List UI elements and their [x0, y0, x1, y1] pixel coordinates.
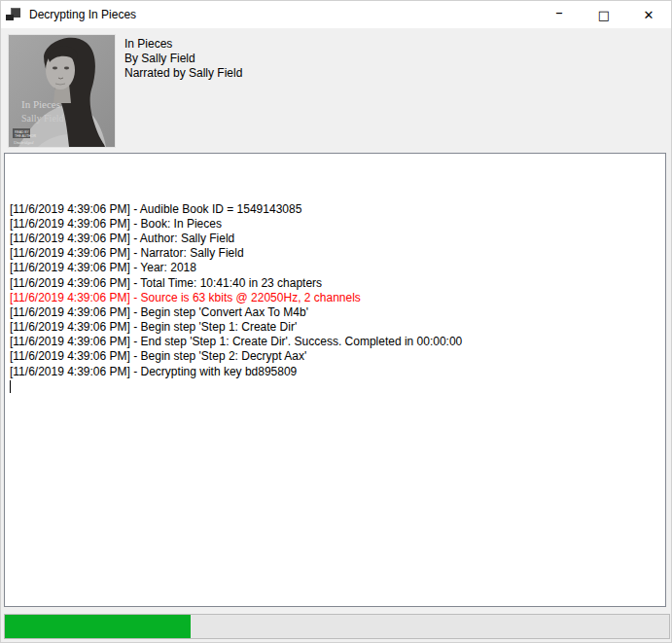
- maximize-button[interactable]: □: [582, 1, 626, 28]
- log-line: [11/6/2019 4:39:06 PM] - Author: Sally F…: [10, 232, 660, 246]
- cover-readby-line2: THE AUTHOR: [15, 134, 36, 138]
- log-line: [11/6/2019 4:39:06 PM] - Audible Book ID…: [10, 202, 660, 217]
- log-line: [11/6/2019 4:39:06 PM] - Book: In Pieces: [10, 217, 660, 232]
- log-line: [11/6/2019 4:39:06 PM] - End step 'Step …: [10, 335, 660, 349]
- book-info: In Pieces By Sally Field Narrated by Sal…: [124, 37, 242, 81]
- app-icon-square-small: [6, 15, 14, 20]
- cover-author-text: Sally Field: [21, 113, 64, 124]
- log-line: [11/6/2019 4:39:06 PM] - Total Time: 10:…: [10, 276, 660, 291]
- cover-title-text: In Pieces: [21, 98, 60, 110]
- close-button[interactable]: ✕: [626, 1, 671, 28]
- app-window: Decrypting In Pieces – □ ✕: [0, 0, 672, 643]
- window-title: Decrypting In Pieces: [29, 8, 136, 21]
- log-line: [11/6/2019 4:39:06 PM] - Begin step 'Ste…: [10, 349, 660, 364]
- log-empty-line: [10, 379, 660, 394]
- log-line: [11/6/2019 4:39:06 PM] - Decrypting with…: [10, 365, 660, 379]
- titlebar: Decrypting In Pieces – □ ✕: [1, 1, 671, 28]
- log-line: [11/6/2019 4:39:06 PM] - Begin step 'Con…: [10, 305, 660, 320]
- close-icon: ✕: [644, 8, 654, 22]
- progress-fill: [5, 615, 191, 638]
- log-line: [11/6/2019 4:39:06 PM] - Year: 2018: [10, 261, 660, 275]
- cover-edition-text: Unabridged: [14, 140, 34, 145]
- log-textbox[interactable]: [11/6/2019 4:39:06 PM] - Audible Book ID…: [4, 153, 666, 607]
- book-author: By Sally Field: [124, 52, 242, 66]
- maximize-icon: □: [598, 8, 610, 22]
- caption-buttons: – □ ✕: [537, 1, 671, 28]
- book-cover: In Pieces Sally Field READ BY THE AUTHOR…: [9, 35, 115, 147]
- minimize-icon: –: [555, 4, 563, 21]
- text-caret: [10, 380, 11, 393]
- book-title: In Pieces: [124, 37, 242, 52]
- progress-bar: [4, 614, 670, 639]
- book-narrator: Narrated by Sally Field: [124, 66, 242, 81]
- log-line: [11/6/2019 4:39:06 PM] - Begin step 'Ste…: [10, 320, 660, 335]
- app-icon: [6, 7, 21, 22]
- log-line: [11/6/2019 4:39:06 PM] - Source is 63 kb…: [10, 291, 660, 305]
- book-cover-image: In Pieces Sally Field READ BY THE AUTHOR…: [9, 35, 115, 147]
- log-line: [11/6/2019 4:39:06 PM] - Narrator: Sally…: [10, 246, 660, 261]
- minimize-button[interactable]: –: [537, 1, 582, 28]
